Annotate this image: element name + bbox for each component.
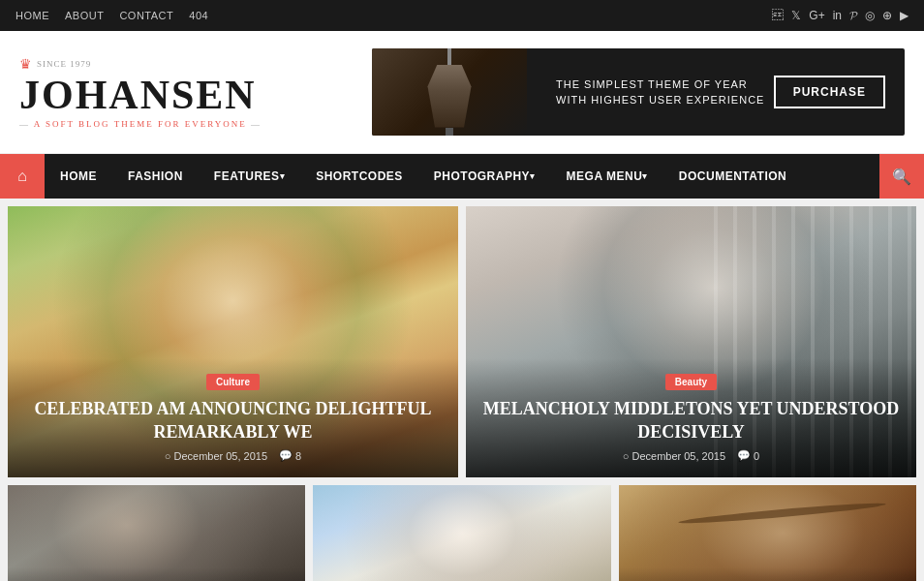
- small-card-3-overlay: Beauty SHE ALTERATION: [619, 567, 916, 581]
- small-card-2[interactable]: [313, 485, 610, 581]
- card-2-date: ○ December 05, 2015: [623, 450, 725, 462]
- twitter-icon[interactable]: 𝕏: [791, 9, 801, 22]
- top-nav-home[interactable]: HOME: [15, 10, 49, 21]
- logo-tagline: — A SOFT BLOG THEME FOR EVERYONE —: [19, 119, 262, 129]
- top-nav-404[interactable]: 404: [189, 10, 208, 21]
- site-header: ♛ SINCE 1979 JOHANSEN — A SOFT BLOG THEM…: [0, 31, 924, 154]
- linkedin-icon[interactable]: in: [833, 9, 842, 22]
- ad-tagline-1: THE SIMPLEST THEME OF YEAR: [556, 76, 774, 93]
- card-1-title: CELEBRATED AM ANNOUNCING DELIGHTFUL REMA…: [23, 398, 443, 443]
- ad-tagline-2: WITH HIGHEST USER EXPERIENCE: [556, 92, 774, 108]
- card-1-overlay: Culture CELEBRATED AM ANNOUNCING DELIGHT…: [8, 358, 458, 477]
- card-2-title: MELANCHOLY MIDDLETONS YET UNDERSTOOD DEC…: [481, 398, 901, 443]
- card-1-date: ○ December 05, 2015: [165, 450, 267, 462]
- top-nav-about[interactable]: ABOUT: [65, 10, 104, 21]
- featured-card-1[interactable]: Culture CELEBRATED AM ANNOUNCING DELIGHT…: [8, 206, 458, 477]
- top-navbar: HOME ABOUT CONTACT 404  𝕏 G+ in 𝓟 ◎ ⊕ ▶: [0, 0, 924, 31]
- top-nav-links: HOME ABOUT CONTACT 404: [15, 10, 208, 21]
- top-card-row: Culture CELEBRATED AM ANNOUNCING DELIGHT…: [8, 206, 916, 477]
- card-1-meta: ○ December 05, 2015 💬 8: [165, 449, 301, 462]
- card-1-category: Culture: [206, 374, 260, 390]
- social-icons:  𝕏 G+ in 𝓟 ◎ ⊕ ▶: [772, 9, 909, 22]
- googleplus-icon[interactable]: G+: [809, 9, 824, 22]
- ad-lamp-image: [372, 48, 527, 136]
- content-area: Culture CELEBRATED AM ANNOUNCING DELIGHT…: [0, 199, 924, 581]
- nav-mega-menu[interactable]: MEGA MENU: [551, 154, 663, 199]
- ad-banner: THE SIMPLEST THEME OF YEAR WITH HIGHEST …: [372, 48, 905, 136]
- youtube-icon[interactable]: ▶: [900, 9, 909, 22]
- card-1-comments: 💬 8: [279, 449, 301, 462]
- crown-icon: ♛: [19, 56, 33, 73]
- purchase-button[interactable]: PURCHASE: [774, 76, 885, 108]
- card-2-overlay: Beauty MELANCHOLY MIDDLETONS YET UNDERST…: [466, 358, 916, 477]
- top-nav-contact[interactable]: CONTACT: [119, 10, 173, 21]
- home-nav-button[interactable]: ⌂: [0, 154, 45, 199]
- nav-items: HOME FASHION FEATURES SHORTCODES PHOTOGR…: [45, 154, 879, 199]
- nav-features[interactable]: FEATURES: [199, 154, 300, 199]
- dribbble-icon[interactable]: ⊕: [882, 9, 892, 22]
- card-2-comments: 💬 0: [737, 449, 759, 462]
- card-2-category: Beauty: [665, 374, 717, 390]
- main-navbar: ⌂ HOME FASHION FEATURES SHORTCODES PHOTO…: [0, 154, 924, 199]
- ad-text: THE SIMPLEST THEME OF YEAR WITH HIGHEST …: [556, 76, 774, 108]
- logo-since: ♛ SINCE 1979: [19, 56, 91, 73]
- nav-documentation[interactable]: DOCUMENTATION: [663, 154, 802, 199]
- logo-area: ♛ SINCE 1979 JOHANSEN — A SOFT BLOG THEM…: [19, 56, 262, 129]
- search-nav-button[interactable]: 🔍: [879, 154, 924, 199]
- pinterest-icon[interactable]: 𝓟: [849, 9, 857, 22]
- small-card-1-overlay: Beauty SHE ALTERATION: [8, 567, 305, 581]
- featured-card-2[interactable]: Beauty MELANCHOLY MIDDLETONS YET UNDERST…: [466, 206, 916, 477]
- instagram-icon[interactable]: ◎: [865, 9, 875, 22]
- site-logo[interactable]: JOHANSEN: [19, 75, 257, 115]
- nav-photography[interactable]: PHOTOGRAPHY: [418, 154, 551, 199]
- bottom-card-row: Beauty SHE ALTERATION Beauty SHE ALTERAT…: [8, 485, 916, 581]
- card-2-meta: ○ December 05, 2015 💬 0: [623, 449, 759, 462]
- nav-shortcodes[interactable]: SHORTCODES: [300, 154, 418, 199]
- small-card-3[interactable]: Beauty SHE ALTERATION: [619, 485, 916, 581]
- nav-home[interactable]: HOME: [45, 154, 112, 199]
- nav-fashion[interactable]: FASHION: [112, 154, 199, 199]
- small-card-1[interactable]: Beauty SHE ALTERATION: [8, 485, 305, 581]
- facebook-icon[interactable]: : [772, 9, 784, 22]
